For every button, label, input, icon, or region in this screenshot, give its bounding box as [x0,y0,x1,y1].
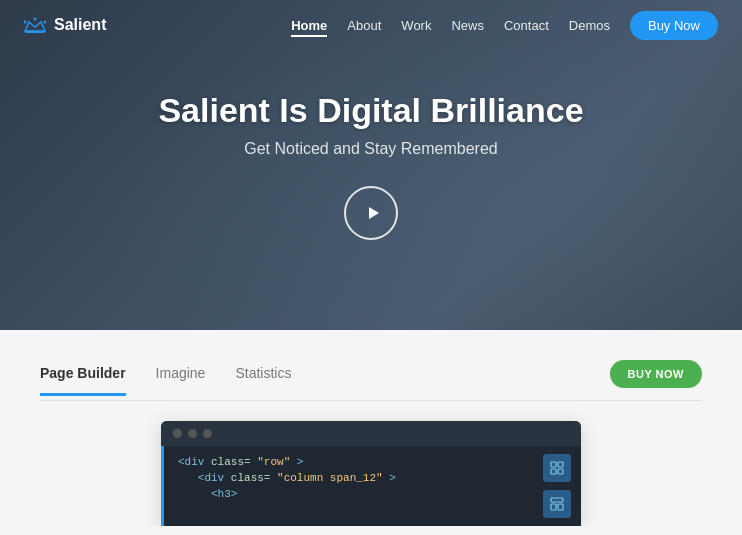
code-line-1: <div class= "row" > [178,456,519,468]
hero-section: Salient Home About Work News Contact Dem… [0,0,742,330]
tab-imagine[interactable]: Imagine [156,365,206,396]
svg-rect-11 [551,504,556,510]
tabs-section: Page Builder Imagine Statistics BUY NOW … [0,330,742,526]
window-dot-3 [203,429,212,438]
svg-point-4 [44,21,47,24]
grid-icon [550,461,564,475]
hero-subtitle: Get Noticed and Stay Remembered [158,140,583,158]
crown-icon [24,17,46,33]
nav-about[interactable]: About [347,18,381,33]
play-icon [364,204,382,222]
code-icon-1[interactable] [543,454,571,482]
nav-demos[interactable]: Demos [569,18,610,33]
svg-rect-12 [558,504,563,510]
svg-point-2 [24,21,27,24]
hero-content: Salient Is Digital Brilliance Get Notice… [158,91,583,240]
tabs-list: Page Builder Imagine Statistics [40,365,291,395]
tab-page-builder[interactable]: Page Builder [40,365,126,396]
code-window: <div class= "row" > <div class= "column … [161,421,581,526]
navbar: Salient Home About Work News Contact Dem… [0,0,742,50]
brand-name: Salient [54,16,106,34]
nav-buy-button[interactable]: Buy Now [630,11,718,40]
nav-home[interactable]: Home [291,18,327,37]
svg-marker-0 [25,22,45,31]
code-line-2: <div class= "column span_12" > [178,472,519,484]
code-preview-wrapper: <div class= "row" > <div class= "column … [40,401,702,526]
svg-marker-5 [369,207,379,219]
code-line-3: <h3> [178,488,519,500]
svg-rect-7 [558,462,563,467]
window-titlebar [161,421,581,446]
window-dot-1 [173,429,182,438]
nav-contact[interactable]: Contact [504,18,549,33]
code-icon-2[interactable] [543,490,571,518]
hero-title: Salient Is Digital Brilliance [158,91,583,130]
svg-point-3 [34,18,37,21]
tab-statistics[interactable]: Statistics [235,365,291,396]
code-content: <div class= "row" > <div class= "column … [164,446,533,526]
svg-rect-6 [551,462,556,467]
window-dot-2 [188,429,197,438]
svg-rect-9 [558,469,563,474]
svg-rect-1 [25,31,45,33]
code-window-body: <div class= "row" > <div class= "column … [161,446,581,526]
nav-news[interactable]: News [451,18,484,33]
brand-logo[interactable]: Salient [24,16,106,34]
play-button[interactable] [344,186,398,240]
tabs-row: Page Builder Imagine Statistics BUY NOW [40,360,702,401]
svg-rect-10 [551,498,563,502]
table-icon [550,497,564,511]
buy-now-button[interactable]: BUY NOW [610,360,702,388]
nav-links: Home About Work News Contact Demos Buy N… [291,16,718,34]
nav-work[interactable]: Work [401,18,431,33]
svg-rect-8 [551,469,556,474]
